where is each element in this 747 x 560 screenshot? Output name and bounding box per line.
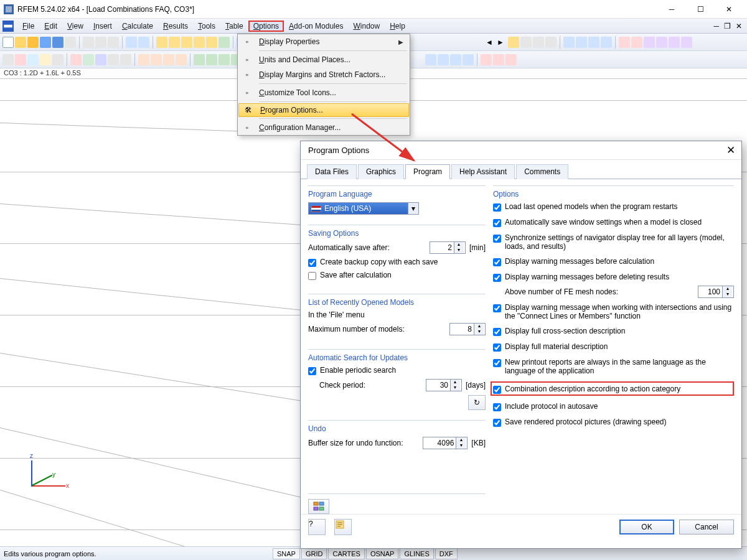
menu-insert[interactable]: Insert [88, 21, 117, 32]
tb2-d[interactable] [40, 54, 51, 65]
tb2-f[interactable] [70, 54, 82, 65]
new-icon[interactable] [2, 37, 14, 48]
open-icon[interactable] [15, 37, 26, 48]
tb2-z[interactable] [505, 54, 517, 65]
tb1-w[interactable] [644, 37, 655, 48]
status-cell-dxf[interactable]: DXF [435, 548, 458, 559]
dropdown-arrow-icon[interactable]: ▾ [408, 203, 418, 214]
tb1-v[interactable] [631, 37, 642, 48]
tb2-g[interactable] [83, 54, 94, 65]
backup-checkbox[interactable]: Create backup copy with each save [308, 258, 486, 267]
menu-add-on-modules[interactable]: Add-on Modules [284, 21, 348, 32]
language-select[interactable]: English (USA) ▾ [308, 202, 419, 215]
option-checkbox-b3[interactable]: New printout reports are always in the s… [493, 358, 734, 375]
option-checkbox-a0[interactable]: Load last opened models when the program… [493, 202, 734, 212]
enable-periodic-checkbox[interactable]: Enable periodic search [308, 366, 486, 375]
nav-prev-icon[interactable]: ◄ [486, 38, 493, 47]
tb1-b[interactable] [169, 37, 180, 48]
option-checkbox-a2[interactable]: Synchronize settings of navigator displa… [493, 233, 734, 251]
menu-table[interactable]: Table [220, 21, 248, 32]
option-checkbox-b1[interactable]: Display full cross-section description [493, 327, 734, 336]
tb1-r[interactable] [576, 37, 587, 48]
help-button[interactable]: ? [308, 519, 326, 535]
tb2-b[interactable] [15, 54, 26, 65]
save-after-calc-checkbox[interactable]: Save after calculation [308, 271, 486, 280]
tb2-i[interactable] [108, 54, 119, 65]
tb1-u[interactable] [619, 37, 630, 48]
tb1-a[interactable] [156, 37, 167, 48]
mdi-close-icon[interactable]: ✕ [736, 22, 742, 30]
status-cell-snap[interactable]: SNAP [273, 548, 300, 559]
menu-window[interactable]: Window [348, 21, 385, 32]
menu-results[interactable]: Results [158, 21, 193, 32]
mdi-minimize-icon[interactable]: ─ [713, 22, 719, 30]
tb2-o[interactable] [194, 54, 205, 65]
saveall-icon[interactable] [52, 37, 63, 48]
status-cell-osnap[interactable]: OSNAP [366, 548, 399, 559]
tb2-v[interactable] [450, 54, 461, 65]
option-checkbox-b0[interactable]: Display warning message when working wit… [493, 303, 734, 320]
option-checkbox-a4[interactable]: Display warning messages before deleting… [493, 273, 734, 282]
tb1-x[interactable] [656, 37, 667, 48]
options-menu-units-and-decimal-places[interactable]: ▫Units and Decimal Places... [238, 52, 410, 67]
tb2-l[interactable] [151, 54, 162, 65]
tb1-o[interactable] [533, 37, 544, 48]
menu-help[interactable]: Help [385, 21, 410, 32]
option-checkbox-a3[interactable]: Display warning messages before calculat… [493, 257, 734, 266]
cancel-button[interactable]: Cancel [679, 520, 734, 534]
window-close-button[interactable]: ✕ [715, 0, 743, 19]
dialog-close-button[interactable]: ✕ [726, 144, 735, 157]
save-icon[interactable] [40, 37, 51, 48]
tb1-c[interactable] [181, 37, 192, 48]
tb2-n[interactable] [176, 54, 187, 65]
menu-options[interactable]: Options [248, 21, 284, 32]
tb2-e[interactable] [52, 54, 63, 65]
option-checkbox-b5[interactable]: Include protocol in autosave [493, 402, 734, 411]
tb1-n[interactable] [520, 37, 532, 48]
tb2-x[interactable] [481, 54, 492, 65]
menu-edit[interactable]: Edit [39, 21, 62, 32]
window-maximize-button[interactable]: ☐ [686, 0, 715, 19]
tb1-d[interactable] [194, 37, 205, 48]
options-menu-display-margins-and-stretch-factors[interactable]: ▫Display Margins and Stretch Factors... [238, 67, 410, 82]
tb2-j[interactable] [120, 54, 131, 65]
option-checkbox-a1[interactable]: Automatically save window settings when … [493, 218, 734, 227]
category-icon-button[interactable] [308, 499, 329, 514]
undo-buffer-input[interactable]: ▴▾ [423, 437, 467, 449]
status-cell-cartes[interactable]: CARTES [328, 548, 364, 559]
tb1-m[interactable] [508, 37, 519, 48]
recent-icon[interactable] [27, 37, 39, 48]
tb1-t[interactable] [601, 37, 612, 48]
menu-tools[interactable]: Tools [193, 21, 220, 32]
recent-max-input[interactable]: ▴▾ [449, 323, 486, 335]
nav-next-icon[interactable]: ► [497, 38, 504, 47]
tb1-p[interactable] [545, 37, 557, 48]
tb2-a[interactable] [2, 54, 14, 65]
options-menu-display-properties[interactable]: ▫Display Properties▶ [238, 34, 410, 49]
options-menu-customize-tool-icons[interactable]: ▫Customize Tool Icons... [238, 85, 410, 100]
cut-icon[interactable] [83, 37, 94, 48]
check-period-input[interactable]: ▴▾ [426, 379, 462, 391]
tb1-q[interactable] [563, 37, 575, 48]
tb2-q[interactable] [218, 54, 230, 65]
tb2-m[interactable] [163, 54, 174, 65]
option-checkbox-b4[interactable]: Combination description according to act… [491, 381, 734, 396]
tb2-k[interactable] [138, 54, 149, 65]
tb2-c[interactable] [27, 54, 39, 65]
tb2-t[interactable] [425, 54, 436, 65]
defaults-button[interactable] [334, 519, 352, 535]
tb1-f[interactable] [218, 37, 230, 48]
copy-icon[interactable] [95, 37, 106, 48]
tb1-s[interactable] [588, 37, 599, 48]
menu-file[interactable]: File [17, 21, 39, 32]
option-checkbox-b2[interactable]: Display full material description [493, 342, 734, 352]
tb2-y[interactable] [493, 54, 504, 65]
tb2-u[interactable] [438, 54, 449, 65]
undo-icon[interactable] [126, 37, 137, 48]
tab-comments[interactable]: Comments [516, 164, 568, 179]
tb1-z[interactable] [681, 37, 692, 48]
autosave-value-input[interactable]: ▴▾ [430, 241, 466, 254]
tb2-p[interactable] [206, 54, 217, 65]
check-now-button[interactable]: ↻ [468, 395, 486, 410]
tb1-y[interactable] [669, 37, 680, 48]
